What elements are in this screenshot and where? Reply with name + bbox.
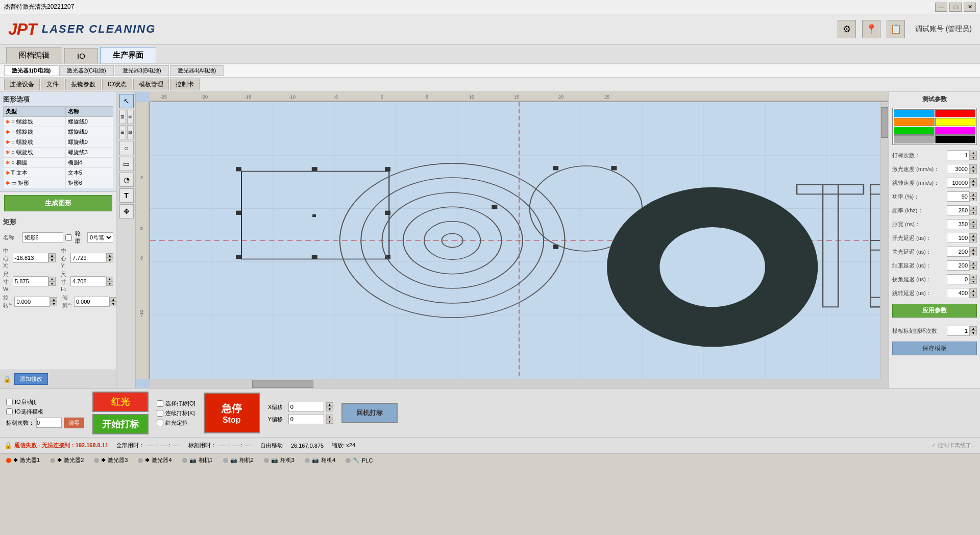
open-delay-up[interactable]: ▲	[970, 233, 977, 238]
text-tool[interactable]: T	[119, 188, 134, 203]
color-cell-5[interactable]	[894, 127, 935, 135]
clear-count-btn[interactable]: 清零	[64, 418, 84, 428]
vscroll[interactable]	[880, 102, 888, 379]
close-delay-input[interactable]	[947, 247, 970, 257]
generate-btn[interactable]: 生成图形	[4, 195, 112, 211]
power-input[interactable]	[947, 191, 970, 202]
y-offset-up[interactable]: ▲	[326, 415, 333, 419]
close-delay-down[interactable]: ▼	[970, 252, 977, 256]
skew-up[interactable]: ▲	[110, 297, 117, 302]
table-row[interactable]: ✱ T 文本文本5	[4, 168, 113, 178]
grid-tool[interactable]: ⊠	[127, 125, 134, 139]
toolbar-io-status[interactable]: IO状态	[102, 79, 132, 90]
pen-select[interactable]: 0号笔	[87, 232, 113, 242]
center-x-input[interactable]	[13, 253, 48, 263]
hscrollbar[interactable]	[150, 379, 888, 388]
table-row[interactable]: ✱ ○ 螺旋线螺旋线0	[4, 127, 113, 137]
x-offset-down[interactable]: ▼	[326, 407, 333, 411]
corner-delay-input[interactable]	[947, 274, 970, 284]
tab-graph[interactable]: 图档编辑	[6, 47, 62, 63]
red-position-checkbox[interactable]	[157, 420, 163, 426]
close-button[interactable]: ✕	[964, 3, 976, 12]
y-offset-down[interactable]: ▼	[326, 419, 333, 424]
bar-camera2[interactable]: 📷 相机2	[223, 456, 254, 464]
jump-speed-up[interactable]: ▲	[970, 178, 977, 183]
table-row[interactable]: ✱ ○ 螺旋线螺旋线0	[4, 137, 113, 148]
laser-tab-3[interactable]: 激光器3(B电池)	[115, 65, 169, 76]
rotate-input[interactable]	[14, 297, 50, 307]
emergency-stop-btn[interactable]: 急停 Stop	[204, 393, 260, 433]
color-cell-4[interactable]	[935, 118, 976, 126]
toolbar-vibration[interactable]: 振镜参数	[65, 79, 101, 90]
center-x-up[interactable]: ▲	[48, 253, 56, 258]
move-tool[interactable]: ✥	[119, 204, 134, 218]
park-btn[interactable]: 回机打标	[341, 403, 398, 423]
end-delay-down[interactable]: ▼	[970, 265, 977, 270]
toolbar-template[interactable]: 模板管理	[133, 79, 169, 90]
skew-input[interactable]	[74, 297, 110, 307]
template-loop-up[interactable]: ▲	[970, 326, 977, 331]
pulse-input[interactable]	[947, 219, 970, 229]
size-h-input[interactable]	[70, 276, 106, 286]
color-cell-8[interactable]	[935, 135, 976, 143]
tab-io[interactable]: IO	[64, 48, 98, 63]
end-delay-up[interactable]: ▲	[970, 261, 977, 265]
template-loop-down[interactable]: ▼	[970, 331, 977, 335]
save-template-btn[interactable]: 保存模板	[892, 342, 977, 355]
add-modify-btn[interactable]: 添加修改	[14, 373, 48, 385]
bar-laser2[interactable]: ✱ 激光器2	[50, 456, 84, 464]
bar-plc[interactable]: 🔧 PLC	[346, 457, 373, 464]
rotate-up[interactable]: ▲	[50, 297, 57, 302]
continuous-mark-checkbox[interactable]	[157, 410, 163, 417]
settings-icon[interactable]: ⚙	[838, 20, 856, 38]
toolbar-control[interactable]: 控制卡	[170, 79, 200, 90]
jump-speed-input[interactable]	[947, 178, 970, 188]
center-y-input[interactable]	[70, 253, 106, 263]
snap-tool[interactable]: ✲	[127, 110, 134, 124]
open-delay-input[interactable]	[947, 233, 970, 243]
canvas-area[interactable]: -25 -20 -15 -10 -5 0 5 10 15 20 25 5 0 -…	[136, 92, 888, 388]
power-down[interactable]: ▼	[970, 197, 977, 201]
template-loop-input[interactable]	[947, 326, 970, 336]
mark-count-input[interactable]	[947, 150, 970, 160]
outline-checkbox[interactable]	[65, 234, 72, 241]
select-mark-checkbox[interactable]	[157, 400, 163, 407]
minimize-button[interactable]: —	[935, 3, 947, 12]
x-offset-up[interactable]: ▲	[326, 402, 333, 407]
location-icon[interactable]: 📍	[862, 20, 880, 38]
canvas-content[interactable]	[150, 102, 888, 379]
rotate-down[interactable]: ▼	[50, 302, 57, 306]
io-select-template-checkbox[interactable]	[6, 408, 13, 415]
pulse-down[interactable]: ▼	[970, 224, 977, 229]
rect-tool[interactable]: ▭	[119, 157, 134, 171]
jump-delay-down[interactable]: ▼	[970, 293, 977, 298]
end-delay-input[interactable]	[947, 260, 970, 271]
bar-camera3[interactable]: 📷 相机3	[264, 456, 295, 464]
select-tool[interactable]: ⊞	[119, 110, 126, 124]
vscroll-thumb[interactable]	[881, 107, 888, 138]
name-input[interactable]	[22, 232, 63, 242]
pulse-up[interactable]: ▲	[970, 220, 977, 224]
color-cell-3[interactable]	[894, 118, 935, 126]
hscroll-thumb[interactable]	[252, 380, 313, 388]
circle-tool[interactable]: ○	[119, 141, 134, 155]
io-start-checkbox[interactable]	[6, 399, 13, 405]
info-icon[interactable]: 📋	[887, 20, 905, 38]
start-mark-btn[interactable]: 开始打标	[92, 414, 149, 434]
jump-speed-down[interactable]: ▼	[970, 183, 977, 187]
color-cell-6[interactable]	[935, 127, 976, 135]
laser-speed-input[interactable]	[947, 164, 970, 174]
color-cell-7[interactable]	[894, 135, 935, 143]
arc-tool[interactable]: ◔	[119, 173, 134, 187]
table-row[interactable]: ✱ ○ 螺旋线螺旋线3	[4, 148, 113, 158]
x-offset-input[interactable]	[288, 402, 324, 412]
cursor-tool[interactable]: ↖	[119, 94, 134, 108]
table-row[interactable]: ✱ ○ 螺旋线螺旋线0	[4, 117, 113, 127]
toolbar-file[interactable]: 文件	[41, 79, 64, 90]
close-delay-up[interactable]: ▲	[970, 247, 977, 252]
mark-count-up[interactable]: ▲	[970, 151, 977, 155]
size-h-down[interactable]: ▼	[106, 281, 113, 286]
size-w-up[interactable]: ▲	[48, 277, 56, 281]
bar-camera4[interactable]: 📷 相机4	[305, 456, 335, 464]
corner-delay-down[interactable]: ▼	[970, 279, 977, 284]
